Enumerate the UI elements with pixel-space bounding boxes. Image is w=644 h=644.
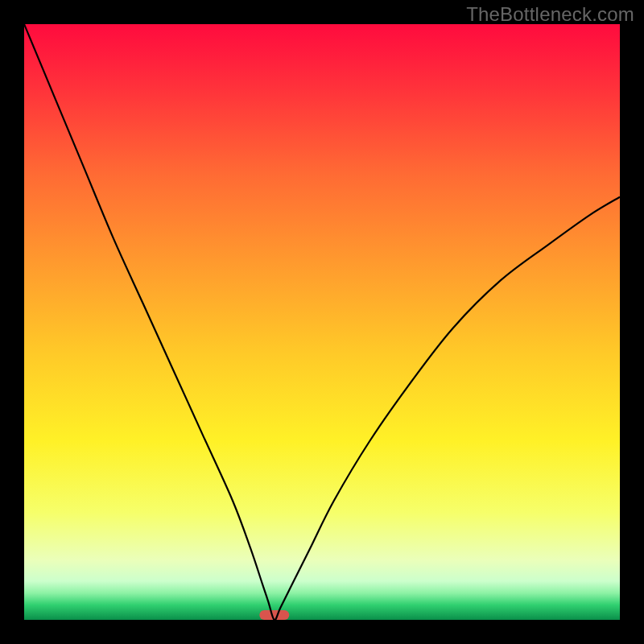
plot-area <box>24 24 620 620</box>
watermark-text: TheBottleneck.com <box>466 3 634 26</box>
minimum-marker <box>259 610 289 620</box>
bottleneck-curve-chart <box>24 24 620 620</box>
chart-frame: TheBottleneck.com <box>0 0 644 644</box>
gradient-background <box>24 24 620 620</box>
